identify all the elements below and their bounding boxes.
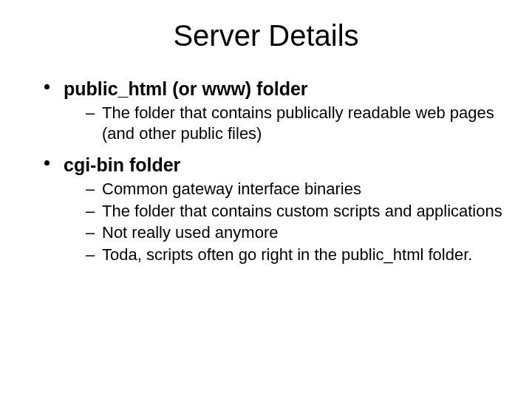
bullet-item: cgi-bin folder – Common gateway interfac… — [44, 154, 502, 265]
bullet-list: public_html (or www) folder – The folder… — [30, 78, 502, 265]
sub-item: – Not really used anymore — [86, 222, 502, 243]
sub-item: – The folder that contains custom script… — [86, 201, 502, 222]
bullet-dot-icon — [44, 84, 50, 89]
sub-item-text: Not really used anymore — [102, 223, 278, 242]
sub-item-text: Common gateway interface binaries — [102, 180, 361, 198]
sub-list: – The folder that contains publically re… — [64, 103, 502, 143]
sub-item: – Toda, scripts often go right in the pu… — [86, 245, 502, 265]
dash-icon: – — [86, 222, 95, 243]
bullet-heading: public_html (or www) folder — [64, 78, 502, 100]
bullet-heading: cgi-bin folder — [64, 154, 502, 176]
bullet-dot-icon — [44, 160, 50, 166]
dash-icon: – — [86, 103, 95, 123]
sub-item: – The folder that contains publically re… — [86, 103, 502, 143]
sub-item: – Common gateway interface binaries — [86, 179, 502, 200]
sub-item-text: Toda, scripts often go right in the publ… — [102, 245, 472, 264]
slide-title: Server Details — [30, 19, 502, 52]
bullet-item: public_html (or www) folder – The folder… — [44, 78, 502, 143]
dash-icon: – — [86, 179, 95, 200]
dash-icon: – — [86, 201, 95, 222]
dash-icon: – — [86, 245, 95, 265]
sub-list: – Common gateway interface binaries – Th… — [64, 179, 502, 265]
sub-item-text: The folder that contains publically read… — [102, 103, 494, 143]
sub-item-text: The folder that contains custom scripts … — [102, 202, 502, 220]
